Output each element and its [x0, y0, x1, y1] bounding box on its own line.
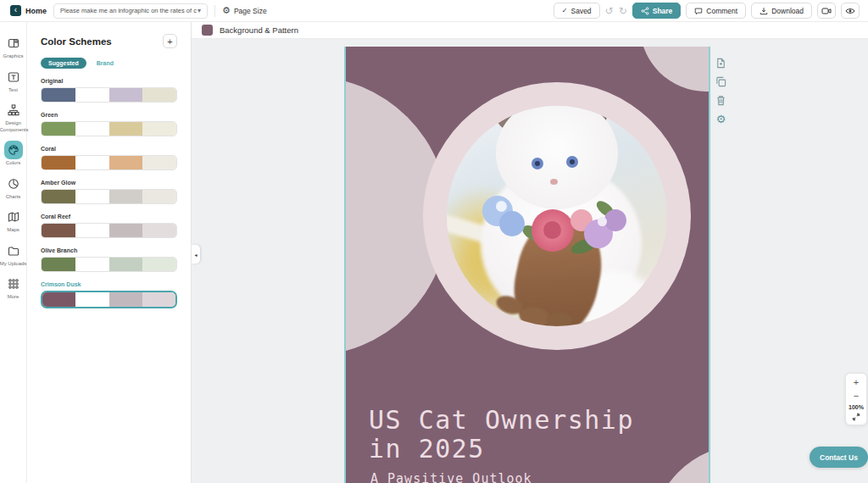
color-swatch	[42, 122, 75, 136]
zoom-in-button[interactable]: +	[854, 377, 859, 388]
scheme-original: Original	[41, 78, 177, 103]
scheme-swatch-row[interactable]	[41, 155, 177, 170]
scheme-olive-branch: Olive Branch	[41, 247, 177, 272]
zoom-out-button[interactable]: −	[854, 391, 859, 402]
panel-title: Color Schemes	[41, 36, 112, 47]
scheme-tabs: Suggested Brand	[41, 58, 177, 69]
scheme-swatch-row[interactable]	[41, 87, 177, 103]
color-swatch	[109, 224, 143, 237]
saved-button[interactable]: ✓ Saved	[554, 3, 600, 19]
scheme-swatch-row[interactable]	[41, 291, 177, 308]
prompt-dropdown[interactable]: Please make me an infographic on the rat…	[53, 3, 208, 19]
scheme-crimson-dusk: Crimson Dusk	[41, 281, 177, 308]
top-toolbar: ‹ Home Please make me an infographic on …	[0, 0, 868, 22]
page-size-button[interactable]: ⚙ Page Size	[222, 6, 267, 15]
scheme-label: Coral Reef	[41, 214, 177, 219]
share-button[interactable]: Share	[632, 3, 682, 19]
comment-button[interactable]: Comment	[686, 3, 746, 19]
comment-label: Comment	[706, 7, 737, 15]
scheme-green: Green	[41, 112, 177, 136]
color-swatch	[142, 156, 176, 169]
sidebar-item-design-components[interactable]: Design Components	[0, 101, 27, 133]
kitten-photo[interactable]	[447, 106, 667, 326]
color-swatch	[109, 122, 143, 136]
scheme-swatch-row[interactable]	[41, 223, 177, 238]
decor-circle-bottom-right[interactable]	[651, 445, 710, 483]
text-icon	[4, 68, 23, 86]
duplicate-page-button[interactable]	[715, 76, 726, 87]
panel-collapse-handle[interactable]: ◂	[192, 245, 200, 264]
chevron-down-icon: ▾	[198, 7, 201, 14]
scheme-label: Amber Glow	[41, 180, 177, 186]
add-page-button[interactable]	[715, 58, 726, 69]
record-video-button[interactable]	[817, 3, 836, 19]
download-button[interactable]: Download	[751, 3, 812, 19]
color-swatch	[109, 156, 143, 169]
charts-icon	[4, 175, 23, 193]
sidebar-item-text[interactable]: Text	[0, 68, 27, 94]
tab-suggested[interactable]: Suggested	[41, 58, 86, 69]
trash-icon	[715, 95, 726, 106]
eye-icon	[845, 6, 855, 16]
color-swatch	[142, 190, 176, 203]
color-swatch	[75, 156, 109, 169]
scheme-label: Coral	[41, 146, 177, 152]
tab-brand[interactable]: Brand	[97, 60, 114, 66]
color-swatch	[142, 224, 176, 237]
page-settings-button[interactable]: ⚙	[715, 114, 726, 125]
scheme-coral: Coral	[41, 146, 177, 170]
scheme-swatch-row[interactable]	[41, 257, 177, 272]
photo-frame-ring[interactable]	[423, 82, 691, 350]
prompt-text: Please make me an infographic on the rat…	[60, 7, 197, 14]
color-swatch	[75, 224, 109, 237]
sidebar-item-label: More	[0, 294, 27, 301]
decor-circle-top-right[interactable]	[640, 47, 710, 92]
share-label: Share	[653, 7, 673, 15]
page-size-label: Page Size	[234, 7, 267, 15]
sidebar-item-charts[interactable]: Charts	[0, 175, 27, 201]
sidebar-item-graphics[interactable]: Graphics	[0, 34, 27, 60]
delete-page-button[interactable]	[715, 95, 726, 106]
zoom-panel: + − 100%	[845, 373, 867, 425]
home-button[interactable]: ‹ Home	[10, 5, 47, 16]
zoom-level: 100%	[849, 404, 864, 410]
preview-button[interactable]	[841, 3, 860, 19]
sidebar-item-my-uploads[interactable]: My Uploads	[0, 242, 27, 268]
add-color-scheme-button[interactable]: +	[163, 34, 177, 48]
undo-button[interactable]: ↺	[605, 6, 614, 16]
background-color-swatch[interactable]	[202, 25, 213, 36]
saved-label: Saved	[570, 7, 591, 15]
graphics-icon	[4, 34, 23, 53]
redo-button[interactable]: ↻	[619, 6, 627, 16]
canvas-subtitle-text[interactable]: A Pawsitive Outlook	[370, 471, 532, 483]
download-label: Download	[771, 7, 804, 15]
color-swatch	[75, 258, 109, 271]
duplicate-icon	[715, 76, 726, 87]
scheme-amber-glow: Amber Glow	[41, 180, 177, 204]
left-navigation-rail: Graphics Text Design Components Colors C…	[0, 22, 27, 483]
my-uploads-icon	[4, 242, 23, 260]
color-swatch	[75, 292, 108, 307]
color-schemes-panel: Color Schemes + Suggested Brand Original…	[27, 22, 192, 483]
design-canvas[interactable]: US Cat Ownership in 2025 A Pawsitive Out…	[344, 47, 710, 483]
contact-us-button[interactable]: Contact Us	[810, 447, 868, 468]
gear-icon: ⚙	[222, 6, 231, 15]
check-icon: ✓	[562, 7, 568, 14]
scheme-swatch-row[interactable]	[41, 189, 177, 204]
sidebar-item-maps[interactable]: Maps	[0, 208, 27, 234]
divider	[214, 5, 215, 17]
home-back-icon: ‹	[10, 5, 21, 16]
canvas-title-text[interactable]: US Cat Ownership in 2025	[369, 406, 634, 464]
sidebar-item-more[interactable]: More	[0, 275, 27, 301]
sidebar-item-colors[interactable]: Colors	[0, 141, 27, 167]
selection-label: Background & Pattern	[220, 25, 298, 35]
sidebar-item-label: Design Components	[0, 120, 27, 133]
sidebar-item-label: Text	[0, 87, 27, 94]
more-icon	[4, 275, 23, 293]
download-icon	[760, 7, 768, 15]
page-tools: ⚙	[715, 58, 726, 125]
scheme-swatch-row[interactable]	[41, 121, 177, 136]
maps-icon	[4, 208, 23, 226]
color-swatch	[42, 190, 75, 203]
fit-to-screen-button[interactable]	[852, 413, 860, 421]
